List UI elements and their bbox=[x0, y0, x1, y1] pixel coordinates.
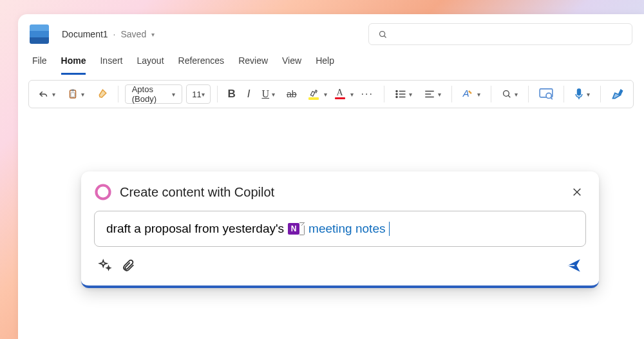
ribbon-toolbar: ▾ ▾ Aptos (Body) ▾ 11 ▾ B I U▾ ab ▾ A bbox=[28, 80, 634, 108]
ink-button[interactable] bbox=[607, 85, 628, 103]
chevron-down-icon: ▾ bbox=[587, 91, 590, 98]
menu-home[interactable]: Home bbox=[61, 54, 86, 75]
menu-help[interactable]: Help bbox=[316, 54, 334, 75]
separator bbox=[491, 86, 491, 102]
chevron-down-icon: ▾ bbox=[272, 91, 275, 98]
pen-icon bbox=[611, 88, 624, 101]
copilot-title: Create content with Copilot bbox=[120, 185, 274, 200]
separator bbox=[600, 86, 601, 102]
chevron-down-icon: ▾ bbox=[409, 91, 412, 98]
prompt-text: draft a proposal from yesterday's bbox=[106, 222, 284, 236]
svg-text:A: A bbox=[462, 88, 469, 99]
more-formatting-button[interactable]: ··· bbox=[357, 86, 377, 102]
separator bbox=[451, 86, 452, 102]
paintbrush-icon bbox=[96, 88, 108, 100]
sparkle-icon bbox=[98, 258, 112, 273]
paperclip-icon bbox=[121, 258, 135, 273]
chevron-down-icon: ▾ bbox=[52, 91, 55, 98]
bullet-list-icon bbox=[395, 89, 406, 99]
svg-point-7 bbox=[396, 93, 397, 95]
menu-review[interactable]: Review bbox=[238, 54, 268, 75]
highlight-button[interactable] bbox=[305, 86, 323, 102]
chevron-down-icon[interactable]: ▾ bbox=[350, 91, 354, 98]
separator bbox=[528, 86, 529, 102]
alignment-button[interactable]: ▾ bbox=[420, 86, 445, 102]
styles-icon: A bbox=[462, 88, 475, 100]
svg-point-22 bbox=[97, 186, 110, 199]
align-icon bbox=[424, 89, 435, 99]
close-button[interactable] bbox=[568, 184, 586, 200]
chevron-down-icon: ▾ bbox=[202, 91, 205, 98]
separator bbox=[118, 86, 118, 102]
microphone-icon bbox=[574, 88, 584, 101]
editor-icon bbox=[539, 88, 553, 100]
svg-rect-20 bbox=[578, 89, 581, 95]
prompt-link-text: meeting notes bbox=[308, 222, 385, 236]
send-button[interactable] bbox=[565, 257, 582, 274]
search-input[interactable] bbox=[368, 23, 632, 45]
underline-button[interactable]: U▾ bbox=[258, 86, 279, 102]
highlighter-icon bbox=[309, 89, 318, 97]
title-bar: Document1 · Saved ▾ bbox=[18, 14, 644, 54]
styles-button[interactable]: A ▾ bbox=[458, 86, 484, 102]
document-name: Document1 bbox=[62, 29, 108, 39]
svg-line-16 bbox=[508, 95, 510, 97]
copilot-header: Create content with Copilot bbox=[94, 183, 586, 201]
dictate-button[interactable]: ▾ bbox=[570, 85, 594, 103]
bold-button[interactable]: B bbox=[223, 85, 239, 103]
save-status: Saved bbox=[120, 29, 146, 39]
svg-rect-4 bbox=[71, 93, 75, 97]
font-name-combo[interactable]: Aptos (Body) ▾ bbox=[125, 84, 183, 104]
text-cursor bbox=[389, 222, 390, 236]
font-size-combo[interactable]: 11 ▾ bbox=[186, 84, 210, 104]
attach-button[interactable] bbox=[121, 258, 135, 273]
undo-icon bbox=[38, 88, 50, 100]
separator bbox=[384, 86, 384, 102]
menu-insert[interactable]: Insert bbox=[100, 54, 122, 75]
font-color-button[interactable]: A bbox=[331, 86, 349, 102]
menu-references[interactable]: References bbox=[178, 54, 225, 75]
svg-point-18 bbox=[546, 93, 551, 98]
paste-button[interactable]: ▾ bbox=[63, 85, 88, 103]
onenote-attachment-chip[interactable]: N bbox=[288, 222, 305, 235]
title-separator: · bbox=[113, 29, 116, 39]
search-icon bbox=[378, 30, 388, 39]
search-icon bbox=[502, 89, 512, 99]
svg-point-9 bbox=[396, 96, 397, 97]
copilot-logo-icon bbox=[94, 183, 112, 201]
copilot-prompt-input[interactable]: draft a proposal from yesterday's N meet… bbox=[94, 211, 586, 247]
close-icon bbox=[572, 187, 582, 197]
svg-point-15 bbox=[504, 91, 509, 97]
format-painter-button[interactable] bbox=[92, 86, 111, 102]
chevron-down-icon[interactable]: ▾ bbox=[151, 31, 155, 38]
bullets-button[interactable]: ▾ bbox=[391, 86, 416, 102]
separator bbox=[217, 86, 218, 102]
strikethrough-button[interactable]: ab bbox=[283, 86, 301, 102]
document-title-area[interactable]: Document1 · Saved ▾ bbox=[62, 29, 155, 39]
menu-layout[interactable]: Layout bbox=[137, 54, 164, 75]
menu-bar: File Home Insert Layout References Revie… bbox=[18, 54, 644, 75]
send-icon bbox=[565, 257, 582, 274]
svg-point-0 bbox=[380, 31, 385, 36]
svg-line-19 bbox=[551, 98, 552, 99]
chevron-down-icon: ▾ bbox=[438, 91, 441, 98]
word-logo-icon bbox=[30, 24, 49, 44]
svg-line-1 bbox=[384, 35, 386, 37]
editor-button[interactable] bbox=[535, 86, 557, 102]
find-button[interactable]: ▾ bbox=[498, 86, 522, 102]
menu-view[interactable]: View bbox=[282, 54, 301, 75]
onenote-icon: N bbox=[288, 223, 299, 235]
svg-point-5 bbox=[396, 90, 397, 92]
separator bbox=[564, 86, 564, 102]
menu-file[interactable]: File bbox=[32, 54, 47, 75]
undo-button[interactable]: ▾ bbox=[34, 86, 59, 102]
chevron-down-icon: ▾ bbox=[515, 91, 518, 98]
copilot-panel: Create content with Copilot draft a prop… bbox=[81, 171, 599, 288]
chevron-down-icon: ▾ bbox=[81, 91, 84, 98]
italic-button[interactable]: I bbox=[243, 85, 254, 103]
chevron-down-icon[interactable]: ▾ bbox=[324, 91, 327, 98]
app-window: Document1 · Saved ▾ File Home Insert Lay… bbox=[18, 14, 644, 339]
chevron-down-icon: ▾ bbox=[477, 91, 480, 98]
copilot-actions bbox=[94, 247, 586, 286]
inspire-button[interactable] bbox=[98, 258, 112, 273]
